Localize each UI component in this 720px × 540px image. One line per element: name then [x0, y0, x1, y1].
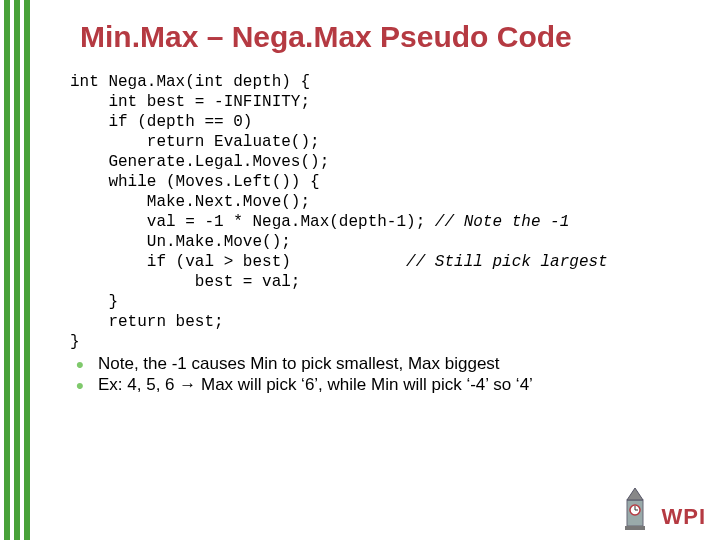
bullet-text: Note, the -1 causes Min to pick smallest…	[98, 354, 500, 373]
wpi-logo-text: WPI	[661, 506, 706, 530]
code-block: int Nega.Max(int depth) { int best = -IN…	[70, 72, 700, 352]
svg-marker-1	[627, 488, 643, 500]
decor-green-line-3	[24, 0, 30, 540]
bullet-list: Note, the -1 causes Min to pick smallest…	[70, 354, 700, 395]
code-line: best = val;	[70, 273, 300, 291]
slide-title: Min.Max – Nega.Max Pseudo Code	[80, 20, 700, 54]
code-line: return Evaluate();	[70, 133, 320, 151]
bullet-text-post: Max will pick ‘6’, while Min will pick ‘…	[196, 375, 533, 394]
code-line: Make.Next.Move();	[70, 193, 310, 211]
code-line: Generate.Legal.Moves();	[70, 153, 329, 171]
decor-green-line-2	[14, 0, 20, 540]
code-line: if (depth == 0)	[70, 113, 252, 131]
code-line: int best = -INFINITY;	[70, 93, 310, 111]
svg-rect-5	[625, 526, 645, 530]
code-comment: // Note the -1	[435, 213, 569, 231]
code-line: if (val > best)	[70, 253, 406, 271]
code-line: }	[70, 293, 118, 311]
bullet-text-pre: Ex: 4, 5, 6	[98, 375, 179, 394]
decor-green-line-1	[4, 0, 10, 540]
bullet-item: Note, the -1 causes Min to pick smallest…	[70, 354, 700, 374]
code-line: }	[70, 333, 80, 351]
code-line: Un.Make.Move();	[70, 233, 291, 251]
code-comment: // Still pick largest	[406, 253, 608, 271]
code-line: val = -1 * Nega.Max(depth-1);	[70, 213, 435, 231]
slide-body: Min.Max – Nega.Max Pseudo Code int Nega.…	[60, 10, 700, 530]
arrow-icon: →	[179, 375, 196, 394]
code-line: while (Moves.Left()) {	[70, 173, 320, 191]
clock-tower-icon	[615, 486, 655, 530]
wpi-logo: WPI	[615, 486, 706, 530]
code-line: return best;	[70, 313, 224, 331]
bullet-item: Ex: 4, 5, 6 → Max will pick ‘6’, while M…	[70, 375, 700, 395]
code-line: int Nega.Max(int depth) {	[70, 73, 310, 91]
